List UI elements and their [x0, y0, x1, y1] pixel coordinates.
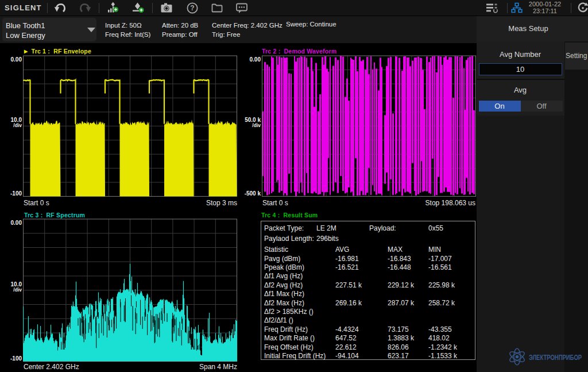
svg-text:?: ?	[190, 4, 194, 12]
